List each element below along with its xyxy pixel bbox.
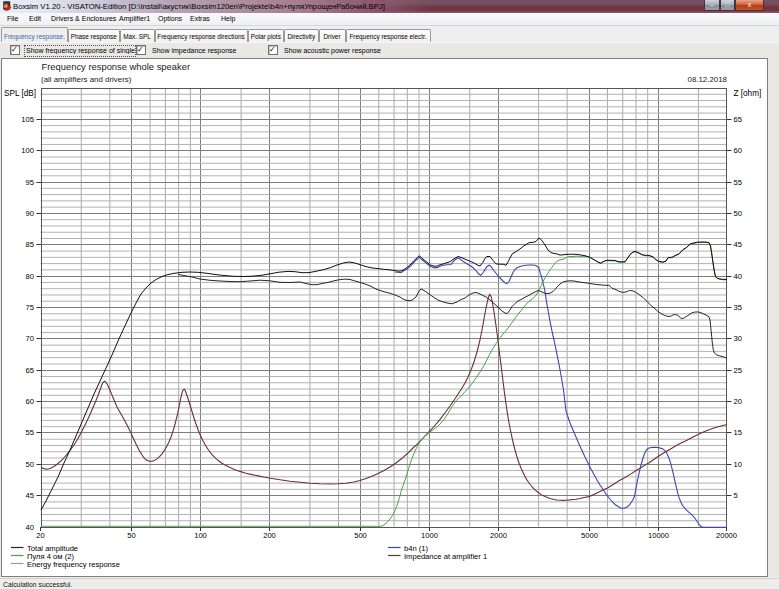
svg-text:80: 80 — [26, 272, 34, 281]
svg-text:45: 45 — [734, 240, 742, 249]
svg-text:65: 65 — [734, 115, 742, 124]
svg-text:15: 15 — [734, 428, 742, 437]
svg-text:Frequency response whole speak: Frequency response whole speaker — [42, 61, 191, 72]
svg-text:200: 200 — [263, 531, 276, 540]
svg-text:Energy frequency response: Energy frequency response — [27, 560, 120, 569]
svg-text:55: 55 — [26, 428, 34, 437]
svg-text:1000: 1000 — [421, 531, 438, 540]
svg-text:90: 90 — [26, 209, 34, 218]
svg-text:65: 65 — [26, 366, 34, 375]
svg-text:105: 105 — [21, 115, 34, 124]
svg-text:60: 60 — [26, 397, 34, 406]
svg-text:85: 85 — [26, 240, 34, 249]
svg-text:2000: 2000 — [490, 531, 507, 540]
svg-text:20000: 20000 — [716, 531, 737, 540]
svg-text:50: 50 — [734, 209, 742, 218]
svg-text:40: 40 — [26, 523, 34, 532]
svg-text:50: 50 — [127, 531, 135, 540]
svg-text:60: 60 — [734, 146, 742, 155]
svg-text:SPL [dB]: SPL [dB] — [4, 89, 36, 98]
svg-text:500: 500 — [354, 531, 367, 540]
svg-text:08.12.2018: 08.12.2018 — [688, 75, 728, 84]
svg-text:(all amplifiers and drivers): (all amplifiers and drivers) — [41, 75, 132, 84]
svg-text:35: 35 — [734, 303, 742, 312]
svg-text:Z [ohm]: Z [ohm] — [734, 89, 762, 98]
svg-text:25: 25 — [734, 366, 742, 375]
svg-text:100: 100 — [194, 531, 207, 540]
svg-text:20: 20 — [36, 531, 44, 540]
svg-text:75: 75 — [26, 303, 34, 312]
svg-text:100: 100 — [21, 146, 34, 155]
svg-text:30: 30 — [734, 334, 742, 343]
svg-text:Impedance at amplifier 1: Impedance at amplifier 1 — [404, 552, 487, 561]
svg-text:50: 50 — [26, 460, 34, 469]
svg-text:10000: 10000 — [648, 531, 669, 540]
svg-text:20: 20 — [734, 397, 742, 406]
svg-text:45: 45 — [26, 491, 34, 500]
svg-text:55: 55 — [734, 178, 742, 187]
svg-text:5000: 5000 — [581, 531, 598, 540]
svg-text:70: 70 — [26, 334, 34, 343]
svg-text:5: 5 — [734, 491, 738, 500]
svg-text:10: 10 — [734, 460, 742, 469]
svg-text:95: 95 — [26, 178, 34, 187]
svg-text:40: 40 — [734, 272, 742, 281]
